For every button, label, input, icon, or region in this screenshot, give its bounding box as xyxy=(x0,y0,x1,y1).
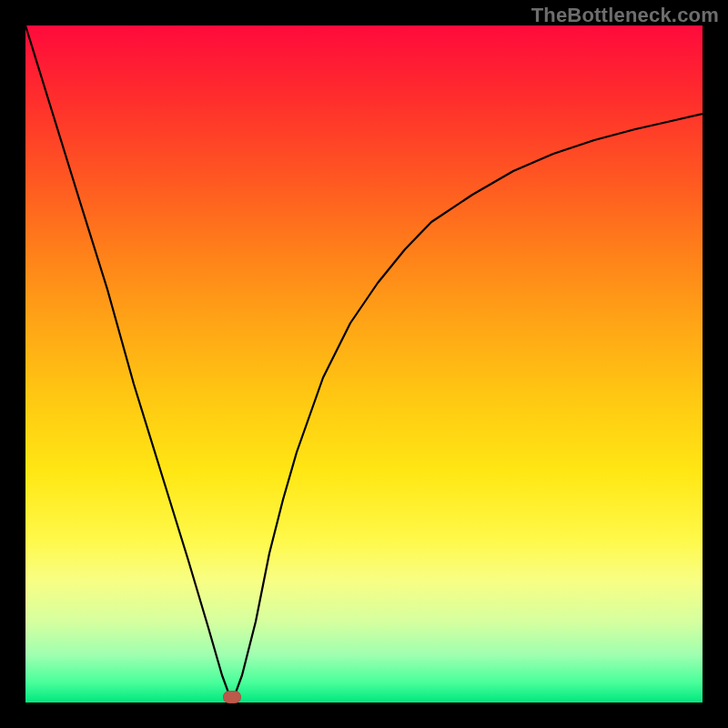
watermark-text: TheBottleneck.com xyxy=(531,4,719,27)
bottleneck-curve xyxy=(25,25,703,703)
chart-frame: TheBottleneck.com xyxy=(0,0,728,728)
minimum-marker xyxy=(223,691,241,703)
plot-area xyxy=(25,25,703,703)
curve-path xyxy=(25,25,703,703)
